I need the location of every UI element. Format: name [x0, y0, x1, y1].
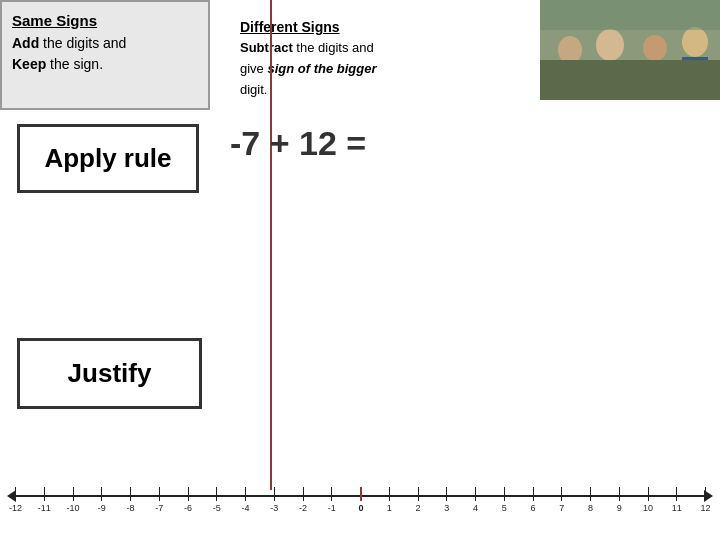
tick-label--5: -5	[213, 503, 221, 513]
photo-svg	[540, 0, 720, 100]
different-signs-line1-rest: the digits and	[293, 40, 374, 55]
svg-rect-10	[540, 0, 720, 30]
tick-0: 0	[360, 487, 362, 501]
tick-label--6: -6	[184, 503, 192, 513]
justify-box: Justify	[17, 338, 202, 409]
tick-label--4: -4	[241, 503, 249, 513]
different-signs-bigger: sign of the bigger	[267, 61, 376, 76]
vertical-line	[270, 0, 272, 490]
svg-point-4	[596, 29, 624, 61]
same-signs-keep: Keep	[12, 56, 46, 72]
svg-rect-7	[643, 61, 667, 96]
same-signs-line1-rest: the digits and	[39, 35, 126, 51]
tick-9: 9	[619, 487, 620, 501]
tick--8: -8	[130, 487, 131, 501]
svg-point-2	[558, 36, 582, 64]
tick-1: 1	[389, 487, 390, 501]
apply-rule-label: Apply rule	[44, 143, 171, 174]
svg-rect-1	[540, 60, 720, 100]
tick-label--9: -9	[98, 503, 106, 513]
tick--4: -4	[245, 487, 246, 501]
tick-10: 10	[648, 487, 649, 501]
same-signs-line1: Add the digits and	[12, 33, 198, 54]
different-signs-box: Different Signs Subtract the digits and …	[230, 8, 450, 110]
tick-label--3: -3	[270, 503, 278, 513]
same-signs-line2: Keep the sign.	[12, 54, 198, 75]
equation-text: -7 + 12 =	[230, 124, 366, 162]
justify-label: Justify	[68, 358, 152, 389]
classroom-photo	[540, 0, 720, 100]
equation-display: -7 + 12 =	[230, 124, 366, 163]
same-signs-box: Same Signs Add the digits and Keep the s…	[0, 0, 210, 110]
tick-label--7: -7	[155, 503, 163, 513]
tick-label-9: 9	[617, 503, 622, 513]
tick--2: -2	[303, 487, 304, 501]
tick--12: -12	[15, 487, 16, 501]
same-signs-line2-rest: the sign.	[46, 56, 103, 72]
tick--9: -9	[101, 487, 102, 501]
tick--10: -10	[73, 487, 74, 501]
same-signs-title: Same Signs	[12, 10, 198, 33]
tick--6: -6	[188, 487, 189, 501]
tick-2: 2	[418, 487, 419, 501]
tick-label-12: 12	[700, 503, 710, 513]
tick-label-5: 5	[502, 503, 507, 513]
tick-12: 12	[705, 487, 706, 501]
tick-label-2: 2	[415, 503, 420, 513]
apply-rule-box: Apply rule	[17, 124, 199, 193]
tick-11: 11	[676, 487, 677, 501]
tick-label--2: -2	[299, 503, 307, 513]
tick-label--1: -1	[328, 503, 336, 513]
svg-rect-9	[682, 57, 708, 97]
svg-point-6	[643, 35, 667, 61]
same-signs-add: Add	[12, 35, 39, 51]
tick-label--11: -11	[38, 503, 51, 513]
number-line-container: -12-11-10-9-8-7-6-5-4-3-2-10123456789101…	[0, 475, 720, 515]
tick-7: 7	[561, 487, 562, 501]
tick-label-6: 6	[530, 503, 535, 513]
tick-label--12: -12	[9, 503, 22, 513]
tick--7: -7	[159, 487, 160, 501]
tick-label-3: 3	[444, 503, 449, 513]
photo-inner	[540, 0, 720, 100]
tick-label--8: -8	[126, 503, 134, 513]
tick-8: 8	[590, 487, 591, 501]
tick-label-8: 8	[588, 503, 593, 513]
svg-rect-3	[558, 64, 582, 94]
tick-5: 5	[504, 487, 505, 501]
tick--5: -5	[216, 487, 217, 501]
tick-label-0: 0	[358, 503, 363, 513]
tick-label--10: -10	[66, 503, 79, 513]
tick-label-7: 7	[559, 503, 564, 513]
tick--1: -1	[331, 487, 332, 501]
different-signs-give: give	[240, 61, 267, 76]
tick-label-10: 10	[643, 503, 653, 513]
tick-label-11: 11	[672, 503, 682, 513]
tick-label-4: 4	[473, 503, 478, 513]
tick--3: -3	[274, 487, 275, 501]
top-section: Same Signs Add the digits and Keep the s…	[0, 0, 720, 110]
tick-6: 6	[533, 487, 534, 501]
svg-rect-5	[596, 61, 624, 96]
tick-4: 4	[475, 487, 476, 501]
tick-container: -12-11-10-9-8-7-6-5-4-3-2-10123456789101…	[15, 475, 705, 515]
different-signs-subtract: Subtract	[240, 40, 293, 55]
tick-label-1: 1	[387, 503, 392, 513]
tick-3: 3	[446, 487, 447, 501]
svg-point-8	[682, 27, 708, 57]
tick--11: -11	[44, 487, 45, 501]
